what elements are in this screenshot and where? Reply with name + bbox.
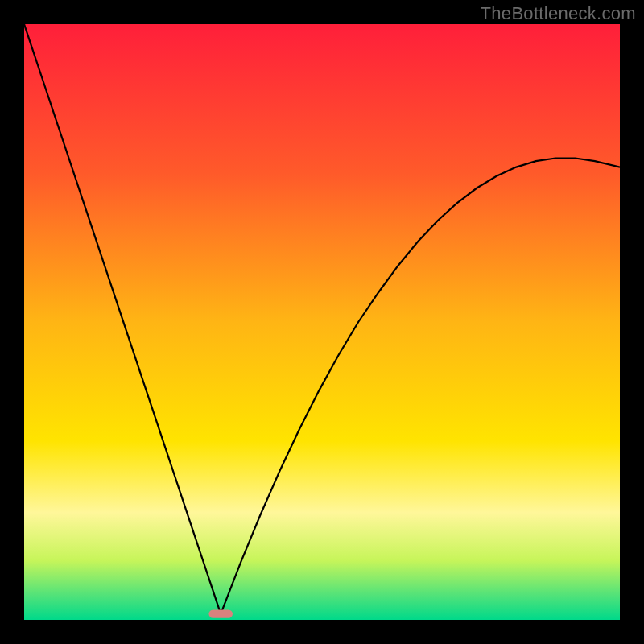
plot-area [24, 24, 620, 620]
chart-frame: TheBottleneck.com [0, 0, 644, 644]
gradient-rect [24, 24, 620, 620]
minimum-marker [208, 609, 233, 617]
chart-svg [24, 24, 620, 620]
watermark-text: TheBottleneck.com [481, 3, 636, 24]
